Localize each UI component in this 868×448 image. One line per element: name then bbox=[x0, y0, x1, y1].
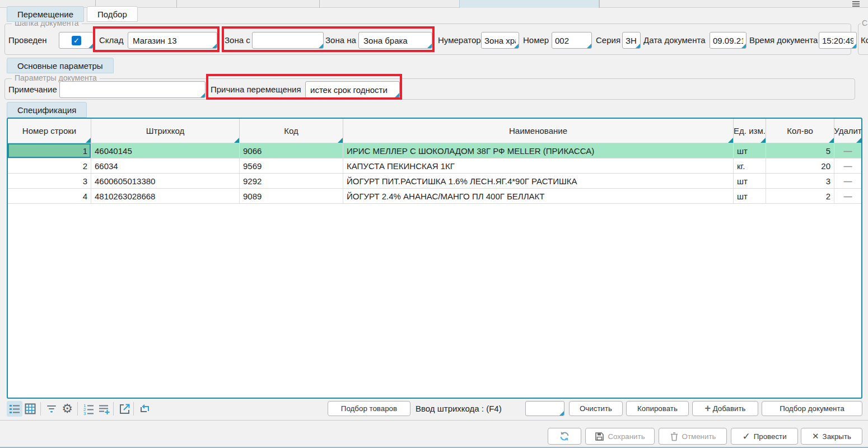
document-header-group: Шапка документа Проведен Склад Зона с Зо… bbox=[4, 24, 851, 55]
doc-time-label: Время документа bbox=[749, 32, 818, 49]
add-button[interactable]: Добавить bbox=[692, 401, 758, 416]
menu-icon[interactable] bbox=[852, 1, 860, 7]
cell-delete bbox=[834, 189, 861, 203]
cell-line-number: 2 bbox=[8, 158, 91, 173]
proveden-field[interactable] bbox=[59, 32, 94, 49]
seriya-input[interactable] bbox=[623, 32, 640, 48]
tab-osnovnye-parametry[interactable]: Основные параметры bbox=[7, 58, 114, 73]
zona-na-field[interactable] bbox=[358, 32, 432, 49]
cell-barcode: 4600605013380 bbox=[91, 174, 240, 188]
strip-active-tab[interactable] bbox=[459, 0, 599, 8]
column-header-qty[interactable]: Кол-во bbox=[766, 119, 834, 143]
cell-unit: кг. bbox=[734, 158, 766, 173]
repeat-icon[interactable] bbox=[137, 401, 152, 417]
cell-unit: шт bbox=[734, 189, 766, 203]
specification-table: Номер строки Штрихкод Код Наименование Е… bbox=[7, 118, 862, 399]
column-header-name[interactable]: Наименование bbox=[343, 119, 734, 143]
filter-icon[interactable] bbox=[44, 401, 59, 417]
copy-button[interactable]: Копировать bbox=[626, 401, 689, 416]
cell-code: 9569 bbox=[240, 158, 343, 173]
close-button[interactable]: Закрыть bbox=[801, 428, 862, 445]
delete-row-icon[interactable] bbox=[844, 146, 852, 156]
cell-line-number: 1 bbox=[8, 143, 91, 158]
column-header-unit[interactable]: Ед. изм. bbox=[734, 119, 766, 143]
cell-qty: 3 bbox=[766, 174, 834, 188]
sklad-input[interactable] bbox=[128, 32, 217, 48]
nomer-input[interactable] bbox=[552, 32, 591, 48]
tab-podbor[interactable]: Подбор bbox=[87, 6, 138, 22]
button-label: Копировать bbox=[637, 404, 678, 413]
numerator-input[interactable] bbox=[482, 32, 519, 48]
add-list-icon[interactable] bbox=[96, 401, 112, 417]
nomer-field[interactable] bbox=[552, 32, 592, 49]
column-header-line-number[interactable]: Номер строки bbox=[8, 119, 91, 143]
tab-label: Перемещение bbox=[17, 10, 73, 19]
cell-name: КАПУСТА ПЕКИНСКАЯ 1КГ bbox=[343, 158, 734, 173]
seriya-label: Серия bbox=[596, 32, 620, 49]
clipped-field-label: Ко bbox=[861, 32, 868, 49]
numerator-field[interactable] bbox=[481, 32, 519, 49]
note-label: Примечание bbox=[8, 81, 57, 98]
tab-peremeshchenie[interactable]: Перемещение bbox=[7, 6, 84, 22]
params-tabs: Основные параметры bbox=[7, 58, 114, 73]
note-input[interactable] bbox=[60, 82, 205, 97]
toolbar-separator bbox=[113, 402, 114, 416]
gear-icon[interactable]: ⚙ bbox=[59, 401, 75, 417]
cell-unit: шт bbox=[734, 174, 766, 188]
clear-button[interactable]: Очистить bbox=[569, 401, 623, 416]
delete-row-icon[interactable] bbox=[844, 176, 852, 186]
button-label: Добавить bbox=[713, 404, 746, 413]
table-row[interactable]: 3 4600605013380 9292 ЙОГУРТ ПИТ.РАСТИШКА… bbox=[8, 174, 861, 189]
zona-s-input[interactable] bbox=[253, 32, 323, 48]
tab-specifikaciya[interactable]: Спецификация bbox=[7, 102, 87, 118]
delete-row-icon[interactable] bbox=[844, 192, 852, 201]
zona-s-field[interactable] bbox=[252, 32, 324, 49]
delete-row-icon[interactable] bbox=[844, 161, 852, 171]
cell-name: ЙОГУРТ 2.4% АНАНАС/МАНГО ПЛ 400Г БЕЛЛАКТ bbox=[343, 189, 734, 203]
save-button[interactable]: Сохранить bbox=[585, 428, 655, 445]
table-row[interactable]: 1 46040145 9066 ИРИС МЕЛЛЕР С ШОКОЛАДОМ … bbox=[8, 143, 861, 158]
zona-na-label: Зона на bbox=[325, 32, 356, 49]
cell-qty: 20 bbox=[766, 158, 834, 173]
barcode-input[interactable] bbox=[526, 402, 564, 416]
doc-date-field[interactable] bbox=[710, 32, 746, 49]
export-icon[interactable] bbox=[116, 401, 132, 417]
sklad-field[interactable] bbox=[128, 32, 217, 49]
strip-divider bbox=[319, 0, 320, 8]
zona-s-label: Зона с bbox=[225, 32, 250, 49]
numbered-list-icon[interactable]: 123 bbox=[81, 401, 96, 417]
table-row[interactable]: 2 66034 9569 КАПУСТА ПЕКИНСКАЯ 1КГ кг. 2… bbox=[8, 158, 861, 174]
list-view-icon[interactable] bbox=[7, 401, 22, 417]
refresh-button[interactable] bbox=[548, 428, 581, 445]
proveden-checkbox[interactable] bbox=[72, 36, 81, 45]
reason-field[interactable] bbox=[305, 81, 400, 98]
barcode-entry-label: Ввод штрихкода : (F4) bbox=[416, 401, 502, 416]
cell-code: 9089 bbox=[240, 189, 343, 203]
cancel-button[interactable]: Отменить bbox=[659, 428, 727, 445]
button-label: Очистить bbox=[580, 404, 612, 413]
button-label: Подбор документа bbox=[780, 404, 844, 413]
podbor-tovarov-button[interactable]: Подбор товаров bbox=[328, 401, 410, 416]
button-label: Закрыть bbox=[823, 432, 851, 441]
doc-date-input[interactable] bbox=[710, 32, 746, 48]
tab-label: Спецификация bbox=[17, 105, 76, 115]
save-icon bbox=[595, 432, 604, 441]
doc-time-input[interactable] bbox=[819, 32, 856, 48]
column-header-delete[interactable]: Удалит bbox=[834, 119, 861, 143]
barcode-field[interactable] bbox=[525, 401, 564, 416]
column-header-barcode[interactable]: Штрихкод bbox=[91, 119, 240, 143]
reason-input[interactable] bbox=[306, 82, 399, 97]
seriya-field[interactable] bbox=[622, 32, 641, 49]
doc-time-field[interactable] bbox=[819, 32, 857, 49]
note-field[interactable] bbox=[59, 81, 206, 98]
post-button[interactable]: Провести bbox=[731, 428, 798, 445]
cell-line-number: 3 bbox=[8, 174, 91, 188]
cell-unit: шт bbox=[734, 143, 766, 158]
podbor-documenta-button[interactable]: Подбор документа bbox=[762, 401, 862, 416]
grid-view-icon[interactable] bbox=[22, 401, 38, 417]
spec-tabs: Спецификация bbox=[7, 102, 87, 118]
column-header-code[interactable]: Код bbox=[240, 119, 343, 143]
zona-na-input[interactable] bbox=[359, 32, 432, 48]
nomer-label: Номер bbox=[523, 32, 549, 49]
table-row[interactable]: 4 4810263028668 9089 ЙОГУРТ 2.4% АНАНАС/… bbox=[8, 189, 861, 204]
